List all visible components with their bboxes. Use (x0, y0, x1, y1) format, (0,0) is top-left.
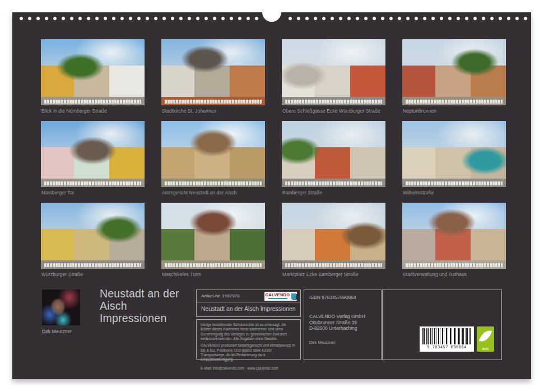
month-photo (282, 121, 385, 187)
accent-shape (189, 209, 237, 237)
legal-notice-box: Infolge bestehender Schutzrechte ist es … (196, 319, 301, 360)
month-photo (402, 121, 506, 187)
calendar-month-thumbnail: Amtsgericht Neustadt an der Aisch (161, 121, 265, 197)
mini-calendar-strip (44, 181, 142, 185)
calendar-month-thumbnail: Obere Schloßgasse Ecke Würzburger Straße (282, 39, 385, 115)
month-photo (41, 203, 145, 269)
author-portrait (42, 290, 80, 325)
isbn-number: ISBN 9783457690864 (309, 295, 376, 300)
calendar-month-thumbnail: Stadtverwaltung und Rathaus (402, 203, 506, 278)
accent-shape (69, 137, 117, 165)
calvendo-tagline-bar (268, 298, 287, 299)
photo-caption: Neptunbrunnen (403, 108, 506, 114)
month-photo (161, 121, 265, 187)
photo-caption: Bamberger Straße (282, 190, 385, 195)
calendar-month-thumbnail: Bamberger Straße (282, 121, 385, 197)
calendar-page-icon (291, 293, 296, 299)
leaf-icon (479, 328, 492, 344)
accent-shape (451, 49, 499, 77)
accent-shape (461, 147, 506, 175)
month-photo (161, 203, 265, 269)
photo-caption: Wilhelmstraße (403, 190, 506, 195)
calendar-month-thumbnail: Stadtkirche St. Johannes (161, 39, 265, 115)
eco-label: eco (477, 347, 494, 351)
calendar-title: Neustadt an der Aisch Impressionen (100, 288, 195, 324)
article-info-box: Artikel-Nr. 1982970 CALVENDO Neustadt an… (196, 290, 301, 317)
accent-shape (189, 129, 237, 157)
month-photo (41, 121, 145, 187)
photo-caption: Maschikeles Turm (162, 272, 265, 277)
accent-shape (282, 62, 327, 90)
month-photo (402, 39, 506, 105)
calendar-month-thumbnail: Neptunbrunnen (402, 39, 506, 115)
calendar-month-thumbnail: Würzburger Straße (41, 203, 145, 278)
accent-shape (95, 215, 142, 243)
calendar-title-small: Neustadt an der Aisch Impressionen (197, 302, 300, 312)
mini-calendar-strip (165, 181, 262, 185)
photo-caption: Amtsgericht Neustadt an der Aisch (162, 190, 265, 195)
mini-calendar-strip (285, 100, 383, 104)
calendar-month-thumbnail: Wilhelmstraße (402, 121, 506, 197)
photo-caption: Obere Schloßgasse Ecke Würzburger Straße (282, 108, 385, 114)
calendar-month-thumbnail: Marktplatz Ecke Bamberger Straße (282, 203, 385, 278)
legal-paragraph: CALVENDO produziert bedarfsgerecht und k… (201, 343, 296, 362)
calendar-month-thumbnail: Blick in die Nürnberger Straße (41, 39, 145, 115)
hanger-hole (262, 3, 281, 22)
publisher-author-name: Dirk Meutzner (309, 340, 376, 345)
mini-calendar-strip (406, 181, 503, 185)
mini-calendar-strip (285, 263, 383, 267)
eco-logo: eco (477, 326, 494, 352)
month-photo (402, 203, 506, 269)
barcode-bars (422, 328, 471, 344)
accent-shape (341, 222, 385, 250)
author-name: Dirk Meutzner (42, 329, 72, 334)
calendar-back-cover: Blick in die Nürnberger Straße Stadtkirc… (12, 12, 531, 379)
mini-calendar-strip (285, 181, 383, 185)
article-number: Artikel-Nr. 1982970 (201, 293, 239, 298)
calendar-month-thumbnail: Maschikeles Turm (161, 203, 265, 278)
mini-calendar-strip (44, 100, 142, 104)
photo-caption: Würzburger Straße (41, 272, 145, 277)
mini-calendar-strip (165, 100, 262, 104)
photo-caption: Marktplatz Ecke Bamberger Straße (282, 272, 385, 277)
accent-shape (57, 53, 104, 81)
mini-calendar-strip (406, 263, 503, 267)
photo-caption: Nürnberger Tor (41, 190, 145, 195)
ean-barcode: 9 783457 690864 (420, 326, 474, 352)
calvendo-logo: CALVENDO (264, 292, 297, 301)
photo-caption: Blick in die Nürnberger Straße (41, 108, 145, 114)
contact-line: E-Mail: info@calvendo.com · www.calvendo… (201, 366, 296, 371)
accent-shape (282, 137, 321, 165)
calendar-month-thumbnail: Nürnberger Tor (41, 121, 145, 197)
mini-calendar-strip (44, 263, 142, 267)
accent-shape (428, 209, 476, 237)
mini-calendar-strip (406, 100, 503, 104)
publisher-address: CALVENDO Verlag GmbH Ottobrunner Straße … (309, 314, 376, 332)
barcode-box: 9 783457 690864 eco (382, 290, 502, 360)
photo-grid: Blick in die Nürnberger Straße Stadtkirc… (41, 39, 506, 278)
publisher-box: ISBN 9783457690864 CALVENDO Verlag GmbH … (304, 290, 382, 360)
photo-caption: Stadtverwaltung und Rathaus (403, 272, 506, 277)
mini-calendar-strip (165, 263, 262, 267)
month-photo (282, 203, 385, 269)
calvendo-wordmark: CALVENDO (266, 293, 290, 297)
month-photo (282, 39, 385, 105)
month-photo (41, 39, 145, 105)
barcode-digits: 9 783457 690864 (422, 345, 471, 349)
accent-shape (181, 45, 229, 73)
month-photo (161, 39, 265, 105)
legal-paragraph: Infolge bestehender Schutzrechte ist es … (201, 323, 296, 341)
photo-caption: Stadtkirche St. Johannes (162, 108, 265, 114)
